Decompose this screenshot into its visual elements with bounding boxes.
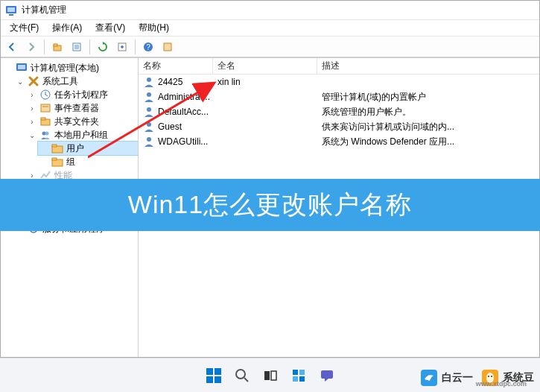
tree-node-task-scheduler[interactable]: › 任务计划程序: [26, 88, 138, 101]
export-button[interactable]: [114, 39, 130, 55]
menu-view[interactable]: 查看(V): [89, 20, 131, 36]
cell-name: Administrat...: [158, 92, 210, 102]
svg-rect-19: [41, 118, 45, 120]
watermark-baiyun: 白云一: [421, 370, 473, 386]
overlay-banner: Win11怎么更改账户名称: [0, 179, 540, 231]
list-item[interactable]: DefaultAcc... 系统管理的用户帐户。: [139, 104, 539, 119]
menu-action[interactable]: 操作(A): [46, 20, 88, 36]
banner-text: Win11怎么更改账户名称: [128, 188, 412, 222]
properties-button[interactable]: [69, 39, 85, 55]
users-groups-icon: [39, 129, 51, 141]
menu-help[interactable]: 帮助(H): [133, 20, 175, 36]
svg-point-37: [147, 137, 151, 142]
svg-rect-12: [164, 43, 171, 51]
expander-icon[interactable]: ›: [28, 104, 36, 113]
user-icon: [143, 136, 155, 148]
list-item[interactable]: Guest 供来宾访问计算机或访问域的内...: [139, 119, 539, 134]
tree-node-label: 组: [66, 156, 75, 168]
svg-point-21: [45, 132, 49, 136]
shared-folder-icon: [39, 116, 51, 127]
cell-name: Guest: [158, 121, 182, 132]
tree-node-label: 共享文件夹: [54, 116, 99, 128]
watermark-xitongdou: 系统豆 www.xtdpc.com: [482, 370, 534, 386]
column-header-description[interactable]: 描述: [317, 58, 539, 74]
tree-node-label: 任务计划程序: [54, 89, 108, 101]
svg-rect-2: [9, 14, 13, 16]
cell-name: WDAGUtili...: [158, 136, 208, 147]
list-item[interactable]: Administrat... 管理计算机(域)的内置帐户: [139, 89, 539, 104]
user-icon: [143, 76, 155, 88]
svg-rect-23: [52, 145, 57, 147]
menu-file[interactable]: 文件(F): [4, 20, 45, 36]
tree-node-label: 系统工具: [42, 75, 78, 88]
folder-icon: [51, 156, 63, 168]
help-button[interactable]: ?: [140, 39, 156, 55]
expander-icon[interactable]: ⌄: [16, 77, 25, 86]
tree-node-groups[interactable]: 组: [38, 155, 138, 168]
svg-rect-47: [293, 370, 298, 375]
tree-node-root[interactable]: 计算机管理(本地): [2, 61, 138, 75]
tree-node-label: 用户: [66, 142, 84, 155]
svg-rect-1: [7, 7, 15, 12]
widgets-button[interactable]: [288, 365, 309, 386]
svg-rect-42: [215, 376, 221, 383]
svg-rect-4: [54, 44, 57, 46]
svg-point-53: [488, 376, 489, 377]
list-item[interactable]: WDAGUtili... 系统为 Windows Defender 应用...: [139, 134, 539, 149]
user-icon: [143, 91, 155, 103]
svg-point-34: [147, 92, 151, 97]
tree-node-label: 本地用户和组: [54, 129, 108, 142]
column-header-name[interactable]: 名称: [139, 58, 213, 74]
svg-rect-16: [41, 104, 50, 112]
app-icon: [5, 4, 17, 16]
forward-button[interactable]: [23, 39, 39, 55]
window-title: 计算机管理: [22, 4, 66, 16]
svg-rect-46: [271, 371, 276, 380]
back-button[interactable]: [4, 39, 20, 55]
list-body: 24425 xin lin Administrat... 管理计算机(域)的内置…: [139, 75, 539, 149]
up-button[interactable]: [49, 39, 66, 55]
tree-node-local-users-groups[interactable]: ⌄ 本地用户和组: [26, 128, 138, 142]
svg-rect-14: [18, 65, 25, 69]
expander-icon[interactable]: ›: [28, 117, 36, 126]
svg-rect-49: [293, 376, 298, 382]
expander-icon[interactable]: ›: [28, 90, 36, 99]
view-options-button[interactable]: [159, 39, 176, 55]
tree-node-event-viewer[interactable]: › 事件查看器: [26, 101, 138, 115]
bird-icon: [421, 370, 437, 386]
svg-point-35: [147, 107, 151, 112]
event-icon: [39, 102, 51, 114]
tree-node-shared-folders[interactable]: › 共享文件夹: [26, 115, 138, 128]
titlebar[interactable]: 计算机管理: [1, 1, 539, 20]
tree-node-users[interactable]: 用户: [38, 142, 138, 155]
tree-node-label: 事件查看器: [54, 102, 99, 115]
svg-point-54: [491, 376, 492, 377]
user-icon: [143, 106, 155, 118]
svg-rect-39: [206, 368, 213, 375]
toolbar-separator: [44, 39, 45, 54]
expander-icon[interactable]: ⌄: [28, 130, 36, 139]
start-button[interactable]: [203, 365, 224, 386]
refresh-button[interactable]: [95, 39, 111, 55]
svg-rect-25: [52, 158, 57, 160]
column-header-fullname[interactable]: 全名: [213, 58, 317, 74]
svg-rect-48: [299, 370, 305, 375]
tree-node-label: 计算机管理(本地): [31, 62, 99, 75]
cell-description: 系统为 Windows Defender 应用...: [317, 136, 539, 148]
search-button[interactable]: [232, 365, 252, 386]
cell-description: 系统管理的用户帐户。: [317, 106, 539, 118]
folder-icon: [51, 142, 63, 154]
list-item[interactable]: 24425 xin lin: [139, 75, 539, 89]
tree-node-system-tools[interactable]: ⌄ 系统工具: [14, 75, 138, 88]
svg-rect-50: [299, 376, 305, 382]
chat-button[interactable]: [317, 365, 337, 386]
tools-icon: [28, 75, 39, 87]
task-view-button[interactable]: [260, 365, 281, 386]
svg-rect-41: [206, 376, 213, 383]
cell-fullname: xin lin: [213, 77, 317, 87]
watermark-url: www.xtdpc.com: [476, 380, 527, 388]
computer-icon: [16, 62, 28, 74]
clock-icon: [39, 89, 51, 101]
svg-point-33: [147, 78, 151, 82]
svg-point-43: [236, 370, 245, 379]
